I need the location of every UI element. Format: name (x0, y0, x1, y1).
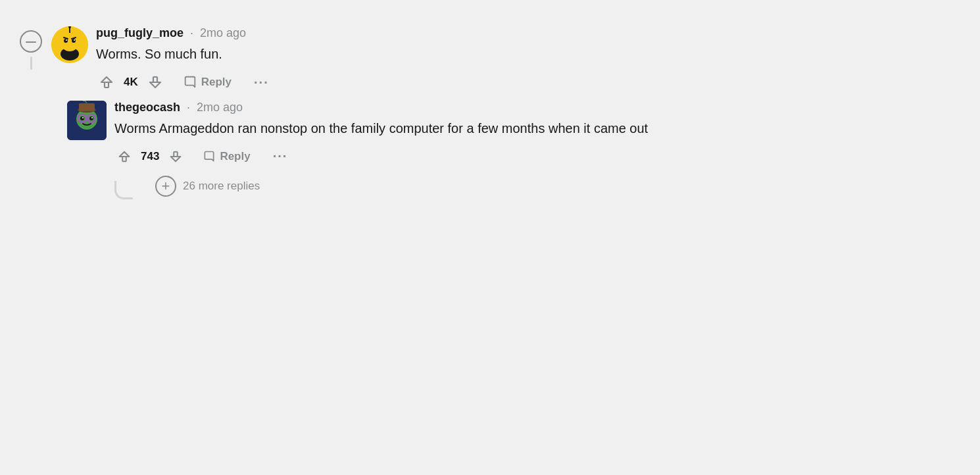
geo-avatar-image (67, 101, 107, 140)
top-comment-row: pug_fugly_moe · 2mo ago Worms. So much f… (20, 26, 743, 199)
svg-rect-27 (122, 157, 126, 161)
reply-comment-text: Worms Armageddon ran nonstop on the fami… (114, 118, 743, 138)
svg-point-6 (66, 39, 67, 41)
top-username: pug_fugly_moe (96, 26, 184, 40)
top-comment: pug_fugly_moe · 2mo ago Worms. So much f… (51, 26, 743, 93)
top-comment-actions: 4K Reply (96, 72, 743, 93)
svg-rect-28 (174, 151, 178, 156)
svg-point-4 (64, 39, 68, 43)
reply-label-reply: Reply (220, 150, 250, 163)
reply-comment-body: thegeocash · 2mo ago Worms Armageddon ra… (114, 101, 743, 199)
pug-avatar-image (51, 26, 88, 63)
reply-button-top[interactable]: Reply (178, 72, 237, 92)
reply-icon-top (183, 75, 197, 89)
reply-comment-header: thegeocash · 2mo ago (114, 101, 743, 114)
vote-controls-reply: 743 (114, 147, 185, 166)
upvote-icon (99, 74, 114, 90)
nested-reply-section: thegeocash · 2mo ago Worms Armageddon ra… (51, 101, 743, 199)
reply-dot-separator: · (187, 101, 190, 114)
downvote-icon-reply (168, 149, 183, 164)
downvote-button-top[interactable] (145, 72, 166, 93)
svg-point-20 (89, 116, 93, 120)
avatar-geo (67, 101, 107, 140)
more-button-top[interactable]: ··· (249, 72, 274, 93)
reply-comment-wrapper: thegeocash · 2mo ago Worms Armageddon ra… (67, 101, 743, 199)
top-timestamp: 2mo ago (200, 26, 246, 40)
vote-count-reply: 743 (141, 150, 159, 163)
svg-point-19 (80, 116, 84, 120)
upvote-button-top[interactable] (96, 72, 117, 93)
avatar-pug (51, 26, 88, 63)
vote-controls-top: 4K (96, 72, 166, 93)
reply-username: thegeocash (114, 101, 180, 114)
reply-comment-actions: 743 (114, 146, 743, 166)
reply-label-top: Reply (201, 76, 232, 89)
svg-rect-24 (79, 103, 95, 111)
more-replies-row: + 26 more replies (114, 173, 743, 199)
svg-point-22 (91, 117, 93, 118)
thread-line (30, 57, 32, 70)
svg-point-5 (72, 39, 76, 43)
svg-point-3 (61, 33, 79, 51)
top-comment-content: pug_fugly_moe · 2mo ago Worms. So much f… (51, 26, 743, 199)
curve-connector (114, 173, 147, 199)
reply-button-reply[interactable]: Reply (197, 147, 255, 166)
more-replies-text: 26 more replies (183, 180, 260, 193)
svg-point-7 (74, 39, 75, 41)
reply-comment: thegeocash · 2mo ago Worms Armageddon ra… (67, 101, 743, 199)
svg-point-21 (82, 117, 84, 118)
upvote-button-reply[interactable] (114, 147, 134, 166)
svg-rect-13 (153, 77, 157, 82)
more-button-reply[interactable]: ··· (268, 146, 293, 166)
svg-rect-12 (105, 82, 109, 88)
downvote-icon (147, 74, 163, 90)
dot-separator: · (190, 26, 193, 40)
comment-thread: pug_fugly_moe · 2mo ago Worms. So much f… (20, 13, 743, 213)
reply-timestamp: 2mo ago (197, 101, 243, 114)
top-comment-body: pug_fugly_moe · 2mo ago Worms. So much f… (96, 26, 743, 93)
top-comment-header: pug_fugly_moe · 2mo ago (96, 26, 743, 40)
top-comment-text: Worms. So much fun. (96, 44, 743, 64)
minus-icon (26, 41, 36, 43)
expand-replies-button[interactable]: + (155, 176, 176, 197)
upvote-icon-reply (117, 149, 132, 164)
curve-line (114, 181, 133, 199)
svg-rect-0 (26, 41, 36, 43)
reply-icon-reply (203, 150, 216, 163)
downvote-button-reply[interactable] (166, 147, 185, 166)
collapse-button[interactable] (20, 30, 42, 53)
vote-count-top: 4K (124, 76, 138, 89)
